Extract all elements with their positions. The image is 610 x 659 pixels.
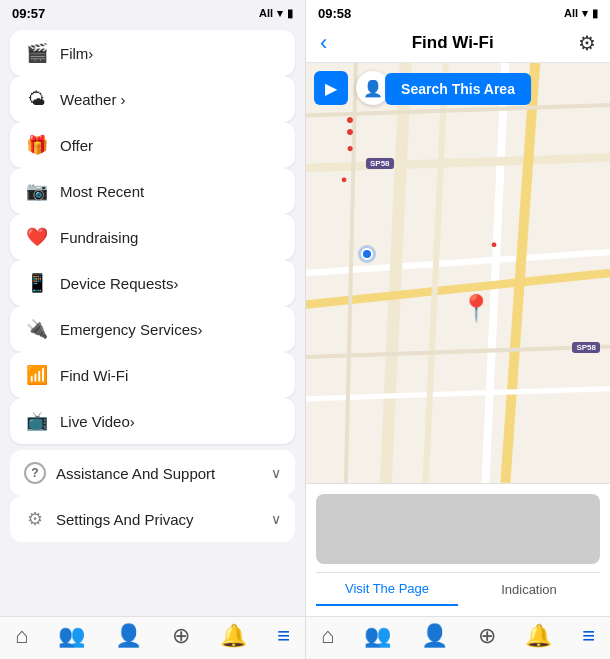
menu-list: 🎬Film›🌤Weather ›🎁Offer📷Most Recent❤️Fund… <box>0 24 305 616</box>
section-left-assistance: ? Assistance And Support <box>24 462 215 484</box>
section-label-settings: Settings And Privacy <box>56 511 194 528</box>
menu-item-device-requests[interactable]: 📱Device Requests› <box>10 260 295 306</box>
left-panel: 09:57 All ▾ ▮ 🎬Film›🌤Weather ›🎁Offer📷Mos… <box>0 0 305 659</box>
bottom-nav-right: ⌂ 👥 👤 ⊕ 🔔 ≡ <box>306 616 610 659</box>
menu-label-most-recent: Most Recent <box>60 183 144 200</box>
menu-item-offer[interactable]: 🎁Offer <box>10 122 295 168</box>
menu-item-find-wifi[interactable]: 📶Find Wi-Fi <box>10 352 295 398</box>
menu-item-most-recent[interactable]: 📷Most Recent <box>10 168 295 214</box>
menu-label-live-video: Live Video› <box>60 413 135 430</box>
selected-location-pin: 📍 <box>460 293 492 324</box>
menu-icon-find-wifi: 📶 <box>24 362 50 388</box>
locate-icon: ▶ <box>325 79 337 98</box>
nav-bell-left[interactable]: 🔔 <box>220 623 247 649</box>
menu-item-fundraising[interactable]: ❤️Fundraising <box>10 214 295 260</box>
nav-people-left[interactable]: 👥 <box>58 623 85 649</box>
nav-profile-left[interactable]: 👤 <box>115 623 142 649</box>
menu-label-find-wifi: Find Wi-Fi <box>60 367 128 384</box>
menu-label-film: Film› <box>60 45 93 62</box>
tab-visit-page[interactable]: Visit The Page <box>316 573 458 606</box>
settings-button[interactable]: ⚙ <box>578 31 596 55</box>
right-wifi-icon: ▾ <box>582 7 588 20</box>
right-signal-icon: All <box>564 7 578 19</box>
map-container: SP58 SP58 ● ● ● ● 📍 ● ▶ 👤 Search Th <box>306 63 610 483</box>
search-area-button[interactable]: Search This Area <box>385 73 531 105</box>
right-battery-icon: ▮ <box>592 7 598 20</box>
menu-label-weather: Weather › <box>60 91 126 108</box>
nav-home-right[interactable]: ⌂ <box>321 623 334 649</box>
menu-icon-device-requests: 📱 <box>24 270 50 296</box>
question-icon: ? <box>24 462 46 484</box>
sections-container: ? Assistance And Support ∨ ⚙ Settings An… <box>10 450 295 542</box>
right-panel: 09:58 All ▾ ▮ ‹ Find Wi-Fi ⚙ <box>305 0 610 659</box>
menu-label-fundraising: Fundraising <box>60 229 138 246</box>
page-title: Find Wi-Fi <box>412 33 494 53</box>
map-pin-5: ● <box>491 238 498 250</box>
locate-button[interactable]: ▶ <box>314 71 348 105</box>
left-time: 09:57 <box>12 6 45 21</box>
nav-menu-right[interactable]: ≡ <box>582 623 595 649</box>
menu-item-film[interactable]: 🎬Film› <box>10 30 295 76</box>
section-label-assistance: Assistance And Support <box>56 465 215 482</box>
sp58-label-2: SP58 <box>572 342 600 353</box>
right-time: 09:58 <box>318 6 351 21</box>
nav-people-right[interactable]: 👥 <box>364 623 391 649</box>
menu-icon-weather: 🌤 <box>24 86 50 112</box>
menu-item-weather[interactable]: 🌤Weather › <box>10 76 295 122</box>
back-button[interactable]: ‹ <box>320 30 327 56</box>
nav-profile-right[interactable]: 👤 <box>421 623 448 649</box>
section-settings[interactable]: ⚙ Settings And Privacy ∨ <box>10 496 295 542</box>
nav-menu-left[interactable]: ≡ <box>277 623 290 649</box>
menu-icon-live-video: 📺 <box>24 408 50 434</box>
map-pin-3: ● <box>346 141 353 155</box>
wifi-icon: ▾ <box>277 7 283 20</box>
top-bar-right: ‹ Find Wi-Fi ⚙ <box>306 24 610 63</box>
signal-icon: All <box>259 7 273 19</box>
battery-icon: ▮ <box>287 7 293 20</box>
menu-items-container: 🎬Film›🌤Weather ›🎁Offer📷Most Recent❤️Fund… <box>10 30 295 444</box>
menu-item-live-video[interactable]: 📺Live Video› <box>10 398 295 444</box>
menu-icon-emergency-services: 🔌 <box>24 316 50 342</box>
right-status-icons: All ▾ ▮ <box>564 7 598 20</box>
map-pin-4: ● <box>341 173 348 185</box>
chevron-icon-assistance: ∨ <box>271 465 281 481</box>
section-left-settings: ⚙ Settings And Privacy <box>24 508 194 530</box>
nav-groups-right[interactable]: ⊕ <box>478 623 496 649</box>
status-bar-left: 09:57 All ▾ ▮ <box>0 0 305 24</box>
map-pin-2: ● <box>346 123 354 139</box>
bottom-sheet-tabs: Visit The Page Indication <box>316 572 600 606</box>
nav-home-left[interactable]: ⌂ <box>15 623 28 649</box>
bottom-sheet: Visit The Page Indication <box>306 483 610 616</box>
section-assistance[interactable]: ? Assistance And Support ∨ <box>10 450 295 496</box>
menu-icon-film: 🎬 <box>24 40 50 66</box>
menu-icon-most-recent: 📷 <box>24 178 50 204</box>
bottom-nav-left: ⌂ 👥 👤 ⊕ 🔔 ≡ <box>0 616 305 659</box>
map-background: SP58 SP58 ● ● ● ● 📍 ● ▶ 👤 Search Th <box>306 63 610 483</box>
sp58-label-1: SP58 <box>366 158 394 169</box>
menu-icon-offer: 🎁 <box>24 132 50 158</box>
person-icon: 👤 <box>363 79 383 98</box>
menu-label-offer: Offer <box>60 137 93 154</box>
menu-label-device-requests: Device Requests› <box>60 275 178 292</box>
tab-indication[interactable]: Indication <box>458 573 600 606</box>
bottom-sheet-image <box>316 494 600 564</box>
menu-icon-fundraising: ❤️ <box>24 224 50 250</box>
chevron-icon-settings: ∨ <box>271 511 281 527</box>
menu-item-emergency-services[interactable]: 🔌Emergency Services› <box>10 306 295 352</box>
current-location-dot <box>361 248 373 260</box>
left-status-icons: All ▾ ▮ <box>259 7 293 20</box>
status-bar-right: 09:58 All ▾ ▮ <box>306 0 610 24</box>
nav-bell-right[interactable]: 🔔 <box>525 623 552 649</box>
menu-label-emergency-services: Emergency Services› <box>60 321 203 338</box>
gear-icon: ⚙ <box>24 508 46 530</box>
nav-groups-left[interactable]: ⊕ <box>172 623 190 649</box>
